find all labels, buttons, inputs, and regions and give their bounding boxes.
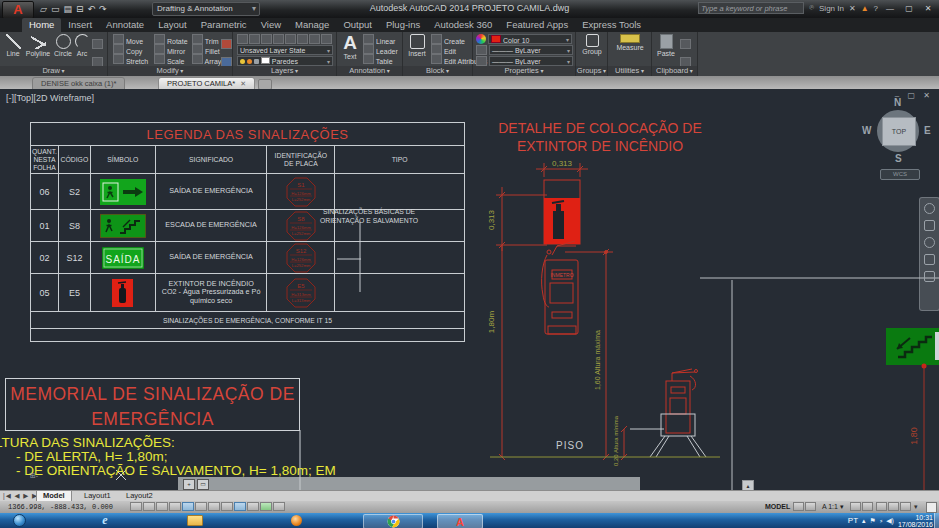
annotation-scale-button[interactable]: A 1:1 ▾	[822, 502, 843, 511]
layer-match-icon[interactable]	[297, 34, 308, 44]
tab-autodesk360[interactable]: Autodesk 360	[427, 18, 499, 32]
clock[interactable]: 10:31 17/08/2016	[898, 514, 933, 528]
layers-panel-label[interactable]: Layers	[233, 66, 336, 76]
tab-plugins[interactable]: Plug-ins	[379, 18, 427, 32]
layer-lock-icon[interactable]	[285, 34, 296, 44]
layer-prev-icon[interactable]	[309, 34, 320, 44]
layer-isolate-icon[interactable]	[261, 34, 272, 44]
ortho-toggle[interactable]	[169, 502, 181, 511]
rectangle-tool-icon[interactable]	[92, 39, 103, 49]
signin-link[interactable]: Sign In	[819, 4, 844, 13]
tab-annotate[interactable]: Annotate	[99, 18, 151, 32]
linear-button[interactable]: Linear	[363, 34, 398, 44]
status-menu-arrow[interactable]: ▾	[914, 502, 918, 511]
quickview-drawings-button[interactable]	[805, 502, 816, 511]
block-panel-label[interactable]: Block	[403, 66, 472, 76]
scale-button[interactable]: Scale	[154, 54, 188, 64]
viewcube-south[interactable]: S	[895, 153, 902, 164]
viewcube-top-face[interactable]: TOP	[882, 117, 916, 146]
layer-off-icon[interactable]	[249, 34, 260, 44]
layer-state-icon[interactable]	[321, 34, 332, 44]
linetype-dropdown[interactable]: ——— ByLayer▾	[489, 45, 573, 55]
autodesk360-icon[interactable]: ▲	[861, 4, 869, 13]
binoculars-icon[interactable]: ⌾	[809, 3, 814, 13]
clipboard-panel-label[interactable]: Clipboard	[652, 66, 697, 76]
mirror-button[interactable]: Mirror	[154, 44, 188, 54]
taskbar-ie[interactable]: e	[92, 514, 118, 527]
dyn-toggle[interactable]	[247, 502, 259, 511]
polyline-button[interactable]: Polyline	[24, 34, 52, 57]
close-tab-icon[interactable]: ✕	[240, 80, 246, 87]
showmotion-icon[interactable]	[924, 271, 935, 282]
language-indicator[interactable]: PT	[848, 516, 858, 525]
viewcube-west[interactable]: W	[862, 125, 871, 136]
tray-expand-icon[interactable]: ▴	[862, 517, 866, 525]
layer-freeze-icon[interactable]	[273, 34, 284, 44]
group-button[interactable]: Group	[579, 34, 605, 55]
layer-state-dropdown[interactable]: Unsaved Layer State▾	[237, 45, 333, 55]
viewcube-wcs-menu[interactable]: WCS	[880, 169, 920, 180]
erase-icon[interactable]	[221, 39, 232, 49]
search-input[interactable]	[698, 2, 804, 14]
tab-manage[interactable]: Manage	[288, 18, 336, 32]
zoom-icon[interactable]	[924, 237, 935, 248]
leader-button[interactable]: Leader	[363, 44, 398, 54]
annotation-panel-label[interactable]: Annotation	[337, 66, 402, 76]
tab-home[interactable]: Home	[22, 18, 61, 32]
full-navigation-wheel-icon[interactable]	[924, 203, 935, 214]
minimize-button[interactable]: —	[883, 4, 897, 13]
lwt-toggle[interactable]	[260, 502, 272, 511]
orbit-icon[interactable]	[924, 254, 935, 265]
tab-parametric[interactable]: Parametric	[194, 18, 254, 32]
draw-panel-label[interactable]: Draw	[0, 66, 107, 76]
arc-button[interactable]: Arc	[74, 34, 90, 57]
measure-button[interactable]: Measure	[612, 34, 648, 51]
paste-button[interactable]: Paste	[655, 34, 677, 57]
tab-express-tools[interactable]: Express Tools	[575, 18, 648, 32]
tab-layout[interactable]: Layout	[151, 18, 194, 32]
viewcube-north[interactable]: N	[894, 97, 901, 108]
array-button[interactable]: Array	[192, 54, 221, 64]
osnap-toggle[interactable]	[195, 502, 207, 511]
text-button[interactable]: AText	[340, 33, 360, 60]
snap-toggle[interactable]	[143, 502, 155, 511]
layer-properties-icon[interactable]	[237, 34, 248, 44]
qp-toggle[interactable]	[273, 502, 285, 511]
tab-featured-apps[interactable]: Featured Apps	[499, 18, 575, 32]
modify-panel-label[interactable]: Modify	[108, 66, 232, 76]
clean-screen-button[interactable]	[926, 502, 937, 513]
drawing-canvas[interactable]: [-][Top][2D Wireframe] ‒ ▢ ✕ DETALHE DE …	[0, 89, 939, 490]
move-button[interactable]: Move	[113, 34, 148, 44]
infer-toggle[interactable]	[130, 502, 142, 511]
quickview-layouts-button[interactable]	[793, 502, 804, 511]
groups-panel-label[interactable]: Groups	[576, 66, 607, 76]
tab-layout2[interactable]: Layout2	[120, 491, 159, 501]
viewcube-east[interactable]: E	[924, 125, 931, 136]
lineweight-dropdown[interactable]: ——— ByLayer▾	[489, 56, 573, 66]
action-center-icon[interactable]: ⚑	[870, 517, 876, 525]
layer-dropdown[interactable]: Paredes▾	[237, 56, 333, 66]
ducs-toggle[interactable]	[234, 502, 246, 511]
fillet-button[interactable]: Fillet	[192, 44, 221, 54]
taskbar-media-player[interactable]	[283, 514, 309, 527]
close-button[interactable]: ✕	[921, 4, 935, 13]
pan-icon[interactable]	[924, 220, 935, 231]
exchange-apps-icon[interactable]: ✕	[849, 4, 856, 13]
rotate-button[interactable]: Rotate	[154, 34, 188, 44]
annotation-visibility-button[interactable]	[850, 502, 861, 511]
autoscale-button[interactable]	[862, 502, 873, 511]
network-icon[interactable]: ⸗	[880, 517, 882, 524]
copy-button[interactable]: Copy	[113, 44, 148, 54]
utilities-panel-label[interactable]: Utilities	[608, 66, 651, 76]
polar-toggle[interactable]	[182, 502, 194, 511]
navigation-bar[interactable]	[919, 197, 939, 311]
tab-output[interactable]: Output	[336, 18, 379, 32]
trim-button[interactable]: Trim	[192, 34, 221, 44]
show-desktop-button[interactable]	[934, 513, 939, 528]
lock-ui-button[interactable]	[888, 502, 899, 511]
tab-layout1[interactable]: Layout1	[78, 491, 117, 501]
stretch-button[interactable]: Stretch	[113, 54, 148, 64]
taskbar-autocad[interactable]: A	[437, 514, 483, 528]
properties-panel-label[interactable]: Properties	[473, 66, 575, 76]
line-button[interactable]: Line	[2, 34, 24, 57]
